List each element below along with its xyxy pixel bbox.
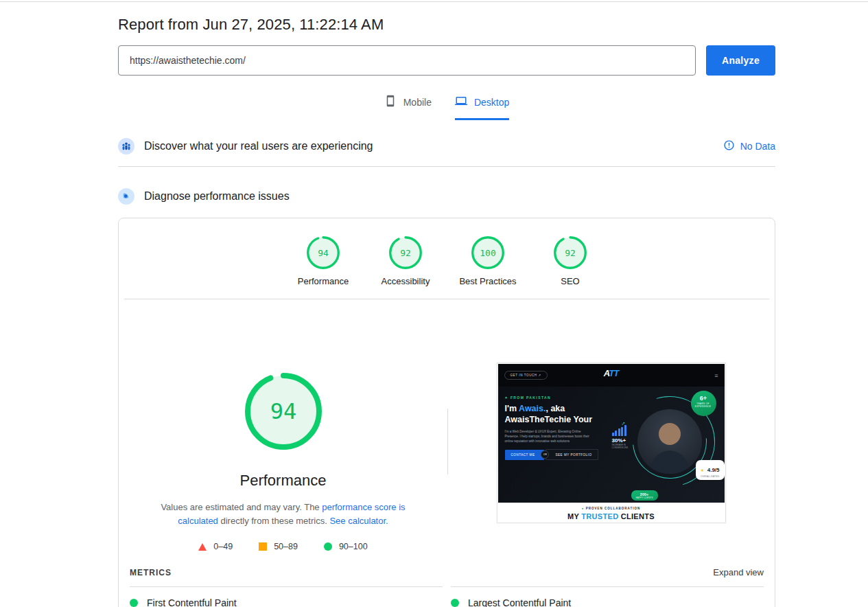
stat-value: 30%+ [612,437,642,444]
green-circle-icon [324,542,332,551]
clients-label: HAPPY CLIENTS [636,496,653,499]
red-triangle-icon [198,543,207,551]
metrics-header: METRICS Expand view [119,567,775,577]
star-icon: ★ [701,468,704,472]
preview-hero: ✦ FROM PAKISTAN I'm Awais., aka AwaisThe… [498,387,725,503]
score-item-seo[interactable]: 92 SEO [532,235,608,286]
score-item-performance[interactable]: 94 Performance [285,235,361,286]
metric-name: Largest Contentful Paint [468,597,571,607]
performance-gauge-column: 94 Performance Values are estimated and … [119,299,447,551]
preview-heading: I'm Awais., aka AwaisTheTechie Your [505,403,593,425]
score-label: SEO [561,276,579,286]
real-users-icon [118,138,134,154]
field-data-section-header: Discover what your real users are experi… [118,138,775,167]
score-label: Accessibility [382,276,430,286]
preview-header: GET IN TOUCH ↗ ATT AwaisTheTechie ≡ [498,364,725,387]
page-title: Report from Jun 27, 2025, 11:22:14 AM [118,16,775,34]
preview-paragraph: I'm a Web Developer & UI/UX Expert, Elev… [505,429,593,444]
metrics-columns: First Contentful Paint Largest Contentfu… [119,586,775,607]
metrics-heading: METRICS [130,568,172,577]
category-score-strip: 94 Performance 92 Accessibility 100 Bes [124,218,769,299]
legend-item-pass: 90–100 [324,542,368,551]
legend-item-fail: 0–49 [198,542,233,551]
screenshot-column: GET IN TOUCH ↗ ATT AwaisTheTechie ≡ ✦ FR… [447,299,775,551]
clients-badge: 200+ HAPPY CLIENTS [631,490,658,501]
info-icon [723,139,735,153]
portrait-photo [637,409,702,474]
svg-text:100: 100 [480,248,495,258]
svg-text:92: 92 [400,248,411,258]
legend-item-average: 50–89 [259,542,298,551]
svg-text:92: 92 [565,248,576,258]
metric-column-left: First Contentful Paint [130,586,443,607]
legend-range: 90–100 [339,542,368,551]
diagnose-section-title: Diagnose performance issues [144,190,290,203]
score-item-accessibility[interactable]: 92 Accessibility [368,235,443,286]
disclaimer-text: directly from these metrics. [218,516,330,526]
diagnose-compass-icon [118,188,134,205]
score-disclaimer: Values are estimated and may vary. The p… [143,501,424,528]
metric-row-lcp: Largest Contentful Paint [451,597,764,607]
metric-column-right: Largest Contentful Paint [451,586,764,607]
site-preview: GET IN TOUCH ↗ ATT AwaisTheTechie ≡ ✦ FR… [498,364,725,522]
trusted-clients-heading: MY TRUSTED CLIENTS [498,512,725,520]
performance-report-card: 94 Performance 92 Accessibility 100 Bes [118,218,775,607]
conversion-stat: ➚ 30%+ INCREASE IN CONVERSIONS [612,422,642,450]
tab-mobile-label: Mobile [403,97,432,108]
tab-desktop-label: Desktop [474,97,509,108]
trusted-highlight: TRUSTED [581,512,618,520]
big-gauge-label: Performance [119,472,447,490]
bar-chart-icon [612,425,642,436]
rating-badge: ★ 4.9/5 OVERALL RATING [696,460,725,480]
metric-row-fcp: First Contentful Paint [130,597,443,607]
desktop-computer-icon [455,95,467,109]
legend-range: 50–89 [274,542,298,551]
score-label: Best Practices [459,276,516,286]
preview-contact-button: CONTACT ME [505,450,545,460]
analyze-button[interactable]: Analyze [706,45,775,76]
rating-value: 4.9/5 [707,467,720,473]
svg-text:94: 94 [270,398,296,424]
field-data-section-title: Discover what your real users are experi… [144,140,373,152]
disclaimer-text: Values are estimated and may vary. The [161,502,322,512]
preview-footer: ● PROVEN COLLABORATION MY TRUSTED CLIENT… [498,503,725,522]
big-performance-gauge: 94 [119,370,447,455]
seo-gauge: 92 [552,235,588,271]
collab-label: ● PROVEN COLLABORATION [498,507,725,510]
performance-detail-region: 94 Performance Values are estimated and … [119,299,775,551]
score-item-best-practices[interactable]: 100 Best Practices [450,235,526,286]
green-dot-icon: ● [582,507,585,510]
pass-dot-icon [451,599,459,607]
preview-portrait-visual: 6+ YEARS OF EXPERIENCE ➚ 30%+ INCRE [613,391,722,501]
score-label: Performance [298,276,349,286]
metric-name: First Contentful Paint [147,597,237,607]
trusted-prefix: MY [567,512,581,520]
site-screenshot-thumbnail[interactable]: GET IN TOUCH ↗ ATT AwaisTheTechie ≡ ✦ FR… [497,363,726,523]
device-tabs: Mobile Desktop [118,95,775,120]
pass-dot-icon [130,599,138,607]
trusted-suffix: CLIENTS [618,512,655,520]
experience-badge: 6+ YEARS OF EXPERIENCE [691,391,716,416]
rating-label: OVERALL RATING [701,475,720,478]
stat-label: INCREASE IN CONVERSIONS [612,444,633,450]
page-top-rule [0,1,868,2]
tab-desktop[interactable]: Desktop [455,95,509,120]
svg-text:94: 94 [318,248,329,258]
score-range-legend: 0–49 50–89 90–100 [119,542,447,551]
see-calculator-link[interactable]: See calculator. [329,516,388,526]
heading-highlight: Awais. [519,404,546,413]
no-data-link[interactable]: No Data [723,139,775,153]
diagnose-section-header: Diagnose performance issues [118,188,775,205]
expand-view-link[interactable]: Expand view [713,567,764,577]
no-data-label: No Data [740,141,775,152]
preview-portfolio-button: SEE MY PORTFOLIO [546,449,598,460]
collab-text: PROVEN COLLABORATION [586,507,640,510]
legend-range: 0–49 [213,542,233,551]
url-input[interactable] [118,45,696,76]
url-bar: Analyze [118,45,775,76]
column-divider [447,409,448,474]
report-container: Report from Jun 27, 2025, 11:22:14 AM An… [118,16,775,607]
tab-mobile[interactable]: Mobile [384,95,432,120]
accessibility-gauge: 92 [388,235,423,271]
orange-square-icon [259,542,267,551]
